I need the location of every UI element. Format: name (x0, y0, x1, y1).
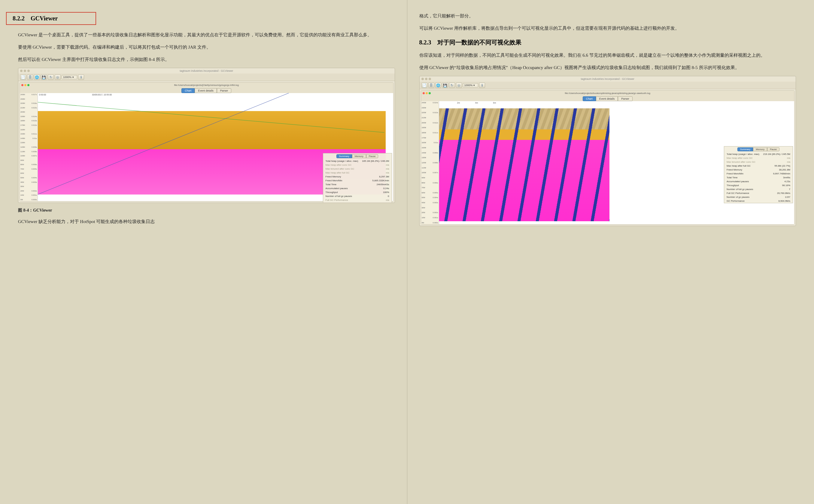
stat-row: Full GC Performancen/a (323, 198, 392, 202)
summary-tabs: Summary Memory Pause (724, 146, 793, 152)
y-tick: 180M0.013s (20, 120, 37, 122)
minimize-icon[interactable] (425, 78, 428, 80)
tab-event-details[interactable]: Event details (195, 88, 217, 93)
y-tick: 240M0.017s (20, 94, 37, 95)
y-tick: 0M0.000s (20, 199, 37, 201)
tab-event-details[interactable]: Event details (596, 96, 618, 101)
y-tick: 70M0.005s (20, 168, 37, 170)
chart-body: 240M0.014s230M220M0.013s210M200M0.012s19… (421, 101, 794, 224)
watch-icon[interactable]: ◎ (456, 83, 462, 88)
inner-window-controls[interactable] (423, 92, 431, 94)
stat-row: Total Time24h59m43s (323, 183, 392, 186)
tab-summary[interactable]: Summary (336, 154, 352, 158)
y-tick: 230M (20, 98, 37, 100)
inner-window-controls[interactable] (21, 84, 29, 86)
stat-row: Max heap after conc GCn/a (724, 156, 793, 160)
y-tick: 80M0.006s (20, 164, 37, 165)
paragraph: 使用 GCViewer 的“垃圾收集后的堆占用情况”（Heap Occupanc… (419, 64, 796, 72)
tab-parser[interactable]: Parser (217, 88, 231, 93)
zoom-icon[interactable] (429, 92, 431, 94)
chart-body: 240M0.017s230M220M0.016s210M0.015s200M19… (20, 93, 393, 201)
minimize-icon[interactable] (24, 84, 26, 86)
stats-list: Total heap (usage / alloc. max)219.1M (8… (724, 152, 793, 203)
open-file-icon[interactable]: 📄 (20, 74, 26, 80)
minimize-icon[interactable] (426, 92, 428, 94)
close-icon[interactable] (423, 92, 425, 94)
y-tick: 110M (422, 167, 438, 169)
y-tick: 50M0.004s (422, 197, 438, 198)
stat-row: GC Performance8,904.9M/s (724, 199, 793, 203)
tab-memory[interactable]: Memory (352, 154, 366, 158)
document-window: file:/Users/boxcat/projects/jClarity/cen… (20, 82, 393, 201)
zoom-select[interactable]: 1000% ▾ (62, 75, 77, 79)
paragraph: GCViewer 是一个桌面工具，提供了一些基本的垃圾收集日志解析和图形化显示功… (18, 31, 395, 39)
y-tick: 190M0.014s (20, 116, 37, 117)
y-tick: 10M0.001s (20, 194, 37, 196)
close-icon[interactable] (21, 84, 23, 86)
tab-parser[interactable]: Parser (618, 96, 633, 101)
y-tick: 70M (422, 187, 438, 189)
tab-pause[interactable]: Pause (767, 147, 779, 151)
y-tick: 150M (422, 147, 438, 149)
save-icon[interactable]: 💾 (442, 83, 448, 88)
chart-plot[interactable]: 240M0.014s230M220M0.013s210M200M0.012s19… (421, 101, 794, 224)
paragraph: 要使用 GCViewer，需要下载源代码。在编译和构建后，可以将其打包成一个可执… (18, 43, 395, 51)
refresh-icon[interactable]: ↻ (449, 83, 455, 88)
view-tabs: Chart Event details Parser (421, 95, 794, 101)
tab-chart[interactable]: Chart (583, 96, 596, 101)
y-axis: 240M0.014s230M220M0.013s210M200M0.012s19… (421, 101, 439, 224)
y-tick: 30M (20, 186, 37, 187)
stat-row: Throughput100% (323, 190, 392, 194)
export-icon[interactable]: 🌐 (34, 74, 40, 80)
window-controls[interactable] (20, 70, 30, 72)
y-tick: 160M (20, 129, 37, 131)
stat-row: Freed Memory8,297.3M (323, 175, 392, 179)
zoom-icon[interactable] (27, 84, 29, 86)
inner-titlebar: file:/Users/boxcat/projects/jClarity/cen… (20, 83, 393, 87)
paragraph: GCViewer 缺乏分析能力，对于 HotSpot 可能生成的各种垃圾收集日志 (18, 218, 395, 226)
y-tick: 110M0.008s (20, 151, 37, 152)
stat-row: Max heap after full GCn/a (323, 171, 392, 175)
outer-titlebar: tagtraum industries incorporated - GCVie… (420, 76, 796, 82)
y-tick: 50M0.004s (20, 177, 37, 179)
zoom-select[interactable]: 1000% ▾ (463, 83, 479, 87)
chart-plot[interactable]: 240M0.017s230M220M0.016s210M0.015s200M19… (20, 93, 393, 201)
stat-row: Total Time3m49s (724, 176, 793, 180)
info-icon[interactable]: ℹ (78, 74, 84, 80)
y-tick: 240M0.014s (422, 102, 438, 104)
watch-icon[interactable]: ◎ (55, 74, 61, 80)
save-icon[interactable]: 💾 (41, 74, 47, 80)
figure-8-4-caption: 图 8-4：GCViewer (18, 207, 395, 214)
refresh-icon[interactable]: ↻ (48, 74, 54, 80)
zoom-icon[interactable] (429, 78, 431, 80)
x-tick: 2m (457, 102, 460, 104)
open-url-icon[interactable]: 🗄 (27, 74, 33, 80)
open-file-icon[interactable]: 📄 (422, 83, 428, 88)
stat-row: Total heap (usage / alloc. max)165.1M (6… (323, 159, 392, 163)
window-title: tagtraum industries incorporated - GCVie… (180, 69, 233, 72)
document-window: file:/Users/boxcat/projects/books/optimi… (421, 90, 795, 225)
minimize-icon[interactable] (24, 70, 26, 72)
y-tick: 130M (20, 142, 37, 143)
export-icon[interactable]: 🌐 (435, 83, 441, 88)
close-icon[interactable] (20, 70, 23, 72)
stat-row: Number of gc pauses109 (323, 202, 392, 203)
window-title: tagtraum industries incorporated - GCVie… (581, 77, 634, 80)
stat-row: Freed Memory38,281.8M (724, 168, 793, 172)
stat-row: Accumulated pauses4.23s (724, 180, 793, 183)
window-controls[interactable] (422, 78, 431, 80)
open-url-icon[interactable]: 🗄 (428, 83, 434, 88)
tab-summary[interactable]: Summary (737, 147, 753, 151)
y-tick: 210M0.015s (20, 107, 37, 109)
close-icon[interactable] (422, 78, 424, 80)
y-tick: 90M (422, 177, 438, 179)
tab-memory[interactable]: Memory (753, 147, 767, 151)
y-tick: 220M0.016s (20, 102, 37, 104)
summary-panel: Summary Memory Pause Total heap (usage /… (724, 146, 793, 203)
zoom-icon[interactable] (27, 70, 30, 72)
tab-pause[interactable]: Pause (366, 154, 378, 158)
tab-chart[interactable]: Chart (181, 88, 195, 93)
heap-usage-area (38, 111, 386, 149)
info-icon[interactable]: ℹ (479, 83, 485, 88)
stat-row: Total heap (usage / alloc. max)219.1M (8… (724, 152, 793, 156)
